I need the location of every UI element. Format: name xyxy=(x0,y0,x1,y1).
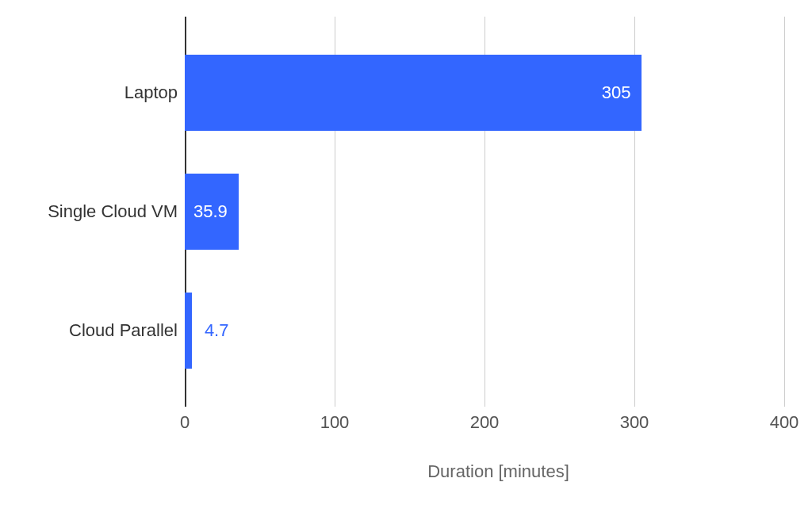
x-tick-label: 400 xyxy=(770,412,799,433)
category-label: Laptop xyxy=(3,82,178,103)
category-label: Single Cloud VM xyxy=(3,201,178,222)
x-tick-label: 0 xyxy=(180,412,190,433)
category-label: Cloud Parallel xyxy=(3,320,178,341)
bar-chart: 305 35.9 4.7 Laptop Single Cloud VM Clou… xyxy=(0,0,812,505)
x-tick-label: 100 xyxy=(320,412,350,433)
bar-value: 4.7 xyxy=(205,320,229,341)
bar-laptop: 305 xyxy=(185,55,642,131)
plot-area: 305 35.9 4.7 xyxy=(185,17,784,407)
x-tick-label: 200 xyxy=(470,412,500,433)
x-tick-label: 300 xyxy=(620,412,649,433)
bar-cloud-parallel: 4.7 xyxy=(185,293,192,369)
bar-value: 305 xyxy=(602,82,631,103)
x-axis-label: Duration [minutes] xyxy=(0,461,812,482)
bar-single-cloud-vm: 35.9 xyxy=(185,174,239,250)
gridline xyxy=(784,17,785,407)
bar-value: 35.9 xyxy=(193,201,228,222)
